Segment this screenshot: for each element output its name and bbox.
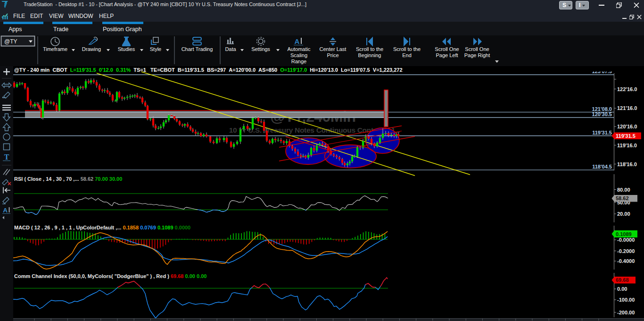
svg-text:-0.0000: -0.0000 [617, 237, 635, 243]
svg-text:Timeframe: Timeframe [43, 46, 67, 52]
svg-text:121'16.0: 121'16.0 [617, 105, 637, 111]
svg-text:0.00: 0.00 [617, 286, 627, 292]
svg-text:MACD ( 12 , 26 , 9 , 1 , 1 , U: MACD ( 12 , 26 , 9 , 1 , 1 , UpColorDefa… [14, 225, 190, 230]
svg-text:20.00: 20.00 [617, 211, 630, 217]
svg-text:@TY - 240 min CBOT L=119'31.: @TY - 240 min CBOT L=119'31.5 0'12.0 0.3… [14, 67, 403, 73]
svg-text:69.68: 69.68 [616, 277, 629, 283]
svg-text:T: T [4, 153, 9, 161]
svg-text:Automatic: Automatic [288, 46, 311, 52]
svg-text:Chart Trading: Chart Trading [182, 46, 213, 52]
svg-text:Price: Price [327, 52, 339, 58]
svg-text:A: A [295, 37, 300, 45]
svg-text:Comm Channel Index (50,0,0, My: Comm Channel Index (50,0,0, MyColors( "D… [14, 273, 206, 279]
svg-text:Scroll One: Scroll One [465, 46, 489, 52]
svg-text:Data: Data [225, 46, 236, 52]
svg-text:A: A [3, 207, 8, 214]
svg-text:Scaling: Scaling [290, 52, 307, 58]
svg-text:-0.2000: -0.2000 [617, 248, 635, 254]
svg-text:118'16.0: 118'16.0 [617, 161, 637, 167]
svg-text:119'31.5: 119'31.5 [616, 133, 636, 139]
svg-text:119'31.5: 119'31.5 [592, 130, 612, 135]
svg-text:-200.00: -200.00 [617, 310, 635, 315]
svg-text:-100.00: -100.00 [617, 297, 635, 303]
svg-text:Drawing: Drawing [82, 46, 101, 52]
svg-text:120'30.5: 120'30.5 [592, 111, 612, 117]
svg-text:Center Last: Center Last [320, 46, 347, 52]
svg-text:122'16.0: 122'16.0 [617, 86, 637, 92]
svg-text:0.1089: 0.1089 [616, 231, 632, 237]
svg-text:120'16.0: 120'16.0 [617, 124, 637, 129]
svg-text:Scroll to the: Scroll to the [356, 46, 383, 52]
svg-text:121'08.0: 121'08.0 [592, 106, 612, 112]
svg-text:Scroll One: Scroll One [435, 46, 459, 52]
svg-text:Settings: Settings [251, 46, 270, 52]
svg-text:-0.4000: -0.4000 [617, 258, 635, 264]
svg-text:58.62: 58.62 [616, 195, 629, 201]
svg-text:Beginning: Beginning [358, 52, 381, 58]
svg-text:Studies: Studies [118, 46, 135, 52]
svg-text:RSI ( Close , 14 , 30 , 70 ,..: RSI ( Close , 14 , 30 , 70 ,... 58.62 70… [14, 176, 122, 182]
svg-text:118'04.5: 118'04.5 [592, 164, 612, 169]
svg-text:119'16.0: 119'16.0 [617, 143, 637, 148]
svg-text:End: End [402, 52, 412, 58]
svg-text:Range: Range [291, 59, 306, 64]
svg-text:Page Right: Page Right [464, 52, 490, 58]
svg-text:@TY: @TY [4, 38, 17, 45]
svg-text:80.00: 80.00 [617, 187, 630, 193]
svg-text:Scroll to the: Scroll to the [393, 46, 421, 52]
svg-text:Style: Style [150, 46, 161, 52]
svg-text:Page Left: Page Left [436, 52, 458, 58]
